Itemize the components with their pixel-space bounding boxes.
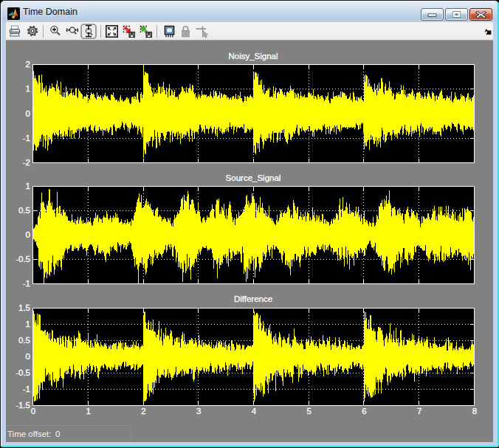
svg-text:-1: -1: [23, 385, 30, 393]
svg-text:0: 0: [26, 230, 30, 239]
svg-text:0.5: 0.5: [18, 336, 30, 345]
svg-text:0: 0: [26, 109, 30, 118]
svg-text:3: 3: [196, 407, 201, 416]
svg-text:-1: -1: [23, 279, 30, 288]
svg-text:1: 1: [26, 84, 30, 93]
svg-text:-2: -2: [23, 158, 30, 167]
svg-text:6: 6: [362, 407, 366, 416]
svg-text:0.5: 0.5: [18, 206, 30, 215]
svg-text:1.5: 1.5: [18, 303, 30, 312]
svg-text:1: 1: [26, 182, 30, 190]
svg-text:Source_Signal: Source_Signal: [226, 173, 281, 182]
svg-text:2: 2: [141, 407, 145, 416]
svg-text:4: 4: [252, 407, 257, 416]
svg-text:-1.5: -1.5: [16, 401, 30, 410]
svg-text:2: 2: [26, 60, 30, 69]
svg-text:1: 1: [86, 407, 91, 416]
svg-text:1: 1: [26, 320, 30, 328]
svg-text:0: 0: [31, 407, 35, 416]
svg-text:5: 5: [307, 407, 312, 416]
svg-text:Noisy_Signal: Noisy_Signal: [228, 52, 278, 61]
svg-text:-0.5: -0.5: [16, 368, 30, 377]
svg-text:7: 7: [417, 407, 421, 416]
svg-text:-1: -1: [23, 134, 30, 142]
svg-text:Difference: Difference: [234, 294, 272, 303]
svg-text:8: 8: [472, 407, 477, 416]
svg-text:-0.5: -0.5: [16, 255, 30, 263]
svg-text:0: 0: [26, 352, 30, 361]
